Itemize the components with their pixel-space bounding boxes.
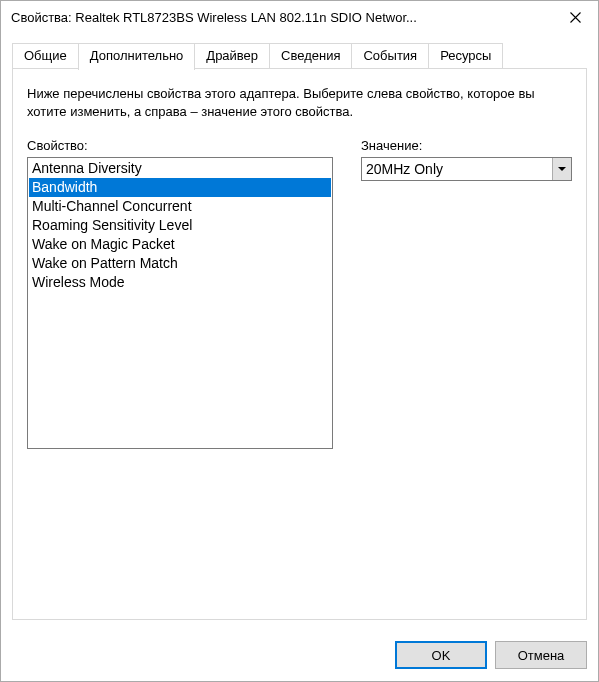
tab-general[interactable]: Общие — [12, 43, 79, 69]
tab-details[interactable]: Сведения — [269, 43, 352, 69]
property-list-item[interactable]: Wireless Mode — [29, 273, 331, 292]
value-combobox-button[interactable] — [552, 158, 571, 180]
value-label: Значение: — [361, 138, 572, 153]
two-column-layout: Свойство: Antenna DiversityBandwidthMult… — [27, 138, 572, 449]
property-list-item[interactable]: Wake on Pattern Match — [29, 254, 331, 273]
tab-advanced[interactable]: Дополнительно — [78, 43, 196, 70]
ok-button[interactable]: OK — [395, 641, 487, 669]
property-label: Свойство: — [27, 138, 333, 153]
property-list-item[interactable]: Roaming Sensitivity Level — [29, 216, 331, 235]
dialog-button-row: OK Отмена — [395, 641, 587, 669]
property-column: Свойство: Antenna DiversityBandwidthMult… — [27, 138, 333, 449]
panel-description: Ниже перечислены свойства этого адаптера… — [27, 85, 572, 120]
close-button[interactable] — [552, 1, 598, 33]
value-combobox-text: 20MHz Only — [362, 158, 552, 180]
value-combobox[interactable]: 20MHz Only — [361, 157, 572, 181]
dialog-body: Общие Дополнительно Драйвер Сведения Соб… — [1, 33, 598, 631]
property-list-item[interactable]: Bandwidth — [29, 178, 331, 197]
tab-driver[interactable]: Драйвер — [194, 43, 270, 69]
property-list-item[interactable]: Multi-Channel Concurrent — [29, 197, 331, 216]
property-list-item[interactable]: Antenna Diversity — [29, 159, 331, 178]
chevron-down-icon — [558, 167, 566, 171]
cancel-button[interactable]: Отмена — [495, 641, 587, 669]
property-listbox[interactable]: Antenna DiversityBandwidthMulti-Channel … — [27, 157, 333, 449]
window-title: Свойства: Realtek RTL8723BS Wireless LAN… — [11, 10, 552, 25]
value-column: Значение: 20MHz Only — [361, 138, 572, 449]
property-list-item[interactable]: Wake on Magic Packet — [29, 235, 331, 254]
tab-panel-advanced: Ниже перечислены свойства этого адаптера… — [12, 68, 587, 620]
titlebar: Свойства: Realtek RTL8723BS Wireless LAN… — [1, 1, 598, 33]
tab-events[interactable]: События — [351, 43, 429, 69]
tabstrip: Общие Дополнительно Драйвер Сведения Соб… — [12, 43, 587, 69]
close-icon — [570, 9, 581, 26]
tab-resources[interactable]: Ресурсы — [428, 43, 503, 69]
